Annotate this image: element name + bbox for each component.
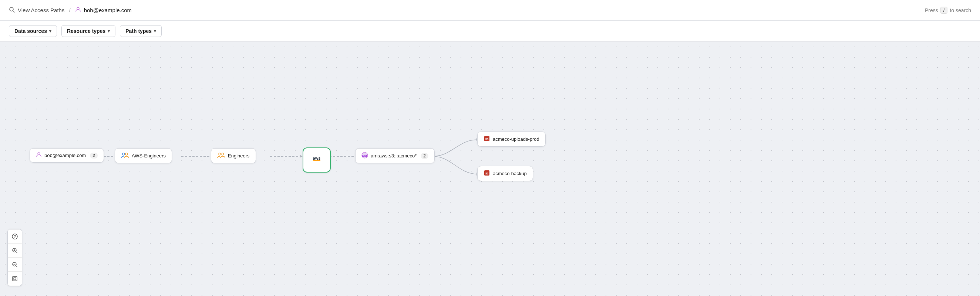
s3-bucket-icon: S3 [484,135,490,143]
resource-types-filter[interactable]: Resource types ▾ [61,25,115,37]
chevron-down-icon: ▾ [154,29,156,34]
press-label: Press [925,7,938,13]
search-icon [9,7,15,14]
svg-point-2 [77,7,79,9]
user-icon [36,152,42,159]
aws-node[interactable]: aws ▔▔▔ [302,147,331,173]
svg-point-17 [221,153,224,155]
chevron-down-icon: ▾ [49,29,51,34]
svg-rect-34 [14,277,16,280]
chevron-down-icon: ▾ [108,29,110,34]
engineers-label: Engineers [228,153,250,158]
graph-canvas[interactable]: bob@example.com 2 AWS-Engineers Engineer… [0,42,980,296]
current-user: bob@example.com [84,7,132,13]
user-node-label: bob@example.com [45,153,86,158]
s3-arn-node[interactable]: aws arn:aws:s3:::acmeco* 2 [355,148,435,163]
page-title: View Access Paths [18,7,64,13]
engineers-node[interactable]: Engineers [211,148,256,163]
svg-line-1 [13,11,14,12]
search-hint-text: to search [950,7,971,13]
help-button[interactable]: ? [8,230,22,244]
svg-point-16 [219,153,221,155]
svg-text:?: ? [14,235,16,239]
svg-marker-8 [300,155,302,158]
s3-backup-icon: S3 [484,169,490,177]
path-types-filter[interactable]: Path types ▾ [120,25,162,37]
header-left: View Access Paths / bob@example.com [9,7,132,14]
uploads-prod-node[interactable]: S3 acmeco-uploads-prod [477,131,546,147]
engineers-group-icon [217,152,225,160]
svg-rect-33 [13,276,17,281]
aws-logo: aws ▔▔▔ [309,152,325,168]
data-sources-label: Data sources [14,28,47,34]
svg-text:aws: aws [362,154,368,157]
zoom-out-button[interactable] [8,258,22,272]
filter-bar: Data sources ▾ Resource types ▾ Path typ… [0,21,980,42]
aws-engineers-label: AWS-Engineers [132,153,166,158]
user-node[interactable]: bob@example.com 2 [30,148,104,163]
keyboard-shortcut: / [940,7,948,14]
svg-text:S3: S3 [485,172,489,175]
resource-types-label: Resource types [67,28,105,34]
s3-arn-label: arn:aws:s3:::acmeco* [371,153,417,158]
svg-text:S3: S3 [485,138,489,141]
fit-button[interactable] [8,272,22,286]
zoom-in-button[interactable] [8,244,22,258]
user-node-badge: 2 [90,153,98,158]
aws-group-icon [121,152,129,160]
uploads-prod-label: acmeco-uploads-prod [493,136,539,142]
data-sources-filter[interactable]: Data sources ▾ [9,25,57,37]
svg-line-27 [16,252,17,253]
backup-label: acmeco-backup [493,171,527,176]
map-controls: ? [7,229,22,286]
backup-node[interactable]: S3 acmeco-backup [477,166,533,181]
search-hint: Press / to search [925,7,971,14]
aws-engineers-node[interactable]: AWS-Engineers [115,148,172,163]
s3-arn-badge: 2 [421,153,428,159]
header-bar: View Access Paths / bob@example.com Pres… [0,0,980,21]
user-icon [75,7,81,14]
svg-point-15 [126,153,127,155]
svg-point-14 [123,153,125,155]
path-types-label: Path types [126,28,152,34]
s3-arn-icon: aws [361,152,368,160]
breadcrumb-separator: / [69,7,70,13]
svg-point-13 [38,153,40,155]
svg-line-31 [16,266,17,267]
